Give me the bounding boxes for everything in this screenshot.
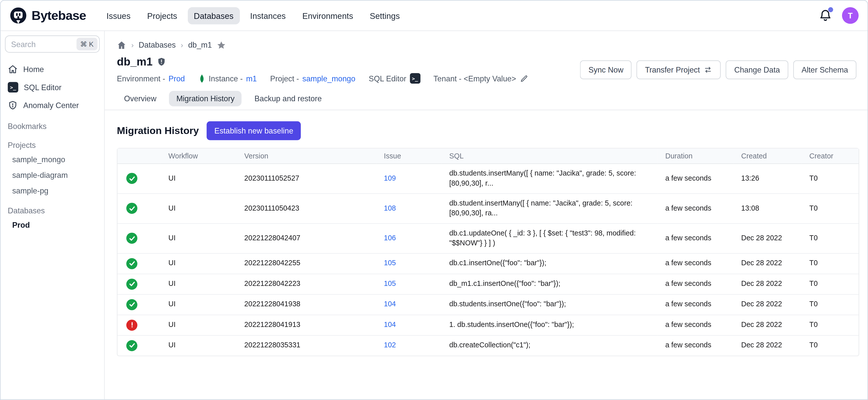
issue-link[interactable]: 102 — [384, 341, 396, 349]
sql-cell: 1. db.students.insertOne({"foo": "bar"})… — [441, 315, 658, 336]
col-creator: Creator — [802, 148, 859, 164]
database-tabs: Overview Migration History Backup and re… — [105, 91, 868, 110]
version-cell: 20230111052527 — [237, 164, 376, 194]
avatar[interactable]: T — [842, 7, 859, 24]
alter-schema-button[interactable]: Alter Schema — [793, 60, 857, 79]
brand-name: Bytebase — [31, 8, 86, 23]
duration-cell: a few seconds — [657, 315, 733, 336]
col-issue: Issue — [376, 148, 441, 164]
project-label: Project - — [270, 74, 299, 83]
nav-item-databases[interactable]: Databases — [188, 7, 240, 24]
success-check-icon — [126, 299, 137, 310]
version-cell: 20221228042407 — [237, 224, 376, 254]
duration-cell: a few seconds — [657, 224, 733, 254]
home-icon — [8, 64, 18, 74]
issue-link[interactable]: 104 — [384, 300, 396, 308]
sql-cell: db.c1.insertOne({"foo": "bar"}); — [441, 254, 658, 274]
tab-migration-history[interactable]: Migration History — [169, 91, 242, 106]
tab-overview[interactable]: Overview — [117, 91, 164, 106]
table-row[interactable]: UI 20230111050423 108 db.student.insertM… — [117, 194, 859, 224]
created-cell: 13:26 — [734, 164, 802, 194]
table-row[interactable]: UI 20221228041913 104 1. db.students.ins… — [117, 315, 859, 336]
issue-link[interactable]: 109 — [384, 174, 396, 182]
environment-link[interactable]: Prod — [168, 74, 185, 83]
creator-cell: T0 — [802, 315, 859, 336]
success-check-icon — [126, 233, 137, 244]
sidebar-item-label: Home — [23, 65, 44, 73]
col-created: Created — [734, 148, 802, 164]
creator-cell: T0 — [802, 336, 859, 356]
table-row[interactable]: UI 20221228035331 102 db.createCollectio… — [117, 336, 859, 356]
duration-cell: a few seconds — [657, 336, 733, 356]
created-cell: Dec 28 2022 — [734, 274, 802, 295]
project-link[interactable]: sample_mongo — [302, 74, 355, 83]
success-check-icon — [126, 203, 137, 214]
duration-cell: a few seconds — [657, 254, 733, 274]
table-row[interactable]: UI 20230111052527 109 db.students.insert… — [117, 164, 859, 194]
breadcrumb-separator: › — [131, 41, 134, 49]
notifications-button[interactable] — [818, 9, 832, 22]
version-cell: 20221228042223 — [237, 274, 376, 295]
sidebar-item-anomaly-center[interactable]: Anomaly Center — [0, 96, 104, 114]
establish-baseline-button[interactable]: Establish new baseline — [207, 121, 301, 140]
sql-cell: db_m1.c1.insertOne({"foo": "bar"}); — [441, 274, 658, 295]
edit-tenant-button[interactable] — [519, 74, 528, 83]
breadcrumb-home-button[interactable] — [117, 40, 126, 50]
created-cell: Dec 28 2022 — [734, 336, 802, 356]
issue-link[interactable]: 105 — [384, 259, 396, 267]
sidebar-database-prod[interactable]: Prod — [0, 217, 104, 233]
sidebar-project-sample-pg[interactable]: sample-pg — [0, 183, 104, 198]
sidebar-item-sql-editor[interactable]: >_ SQL Editor — [0, 78, 104, 96]
creator-cell: T0 — [802, 224, 859, 254]
breadcrumb-databases[interactable]: Databases — [139, 40, 176, 50]
home-filled-icon — [117, 40, 126, 50]
table-row[interactable]: UI 20221228042223 105 db_m1.c1.insertOne… — [117, 274, 859, 295]
tab-backup-and-restore[interactable]: Backup and restore — [247, 91, 329, 106]
breadcrumb-separator: › — [181, 41, 183, 49]
nav-item-issues[interactable]: Issues — [100, 7, 137, 24]
page-title: db_m1 — [117, 55, 153, 68]
workflow-cell: UI — [161, 274, 237, 295]
success-check-icon — [126, 173, 137, 184]
tenant-label: Tenant - <Empty Value> — [434, 74, 516, 83]
sql-cell: db.createCollection("c1"); — [441, 336, 658, 356]
nav-item-settings[interactable]: Settings — [364, 7, 406, 24]
search-shortcut-badge: ⌘ K — [76, 38, 97, 51]
sidebar-item-home[interactable]: Home — [0, 60, 104, 78]
nav-item-instances[interactable]: Instances — [244, 7, 292, 24]
created-cell: Dec 28 2022 — [734, 224, 802, 254]
sidebar-item-label: SQL Editor — [24, 83, 61, 92]
table-row[interactable]: UI 20221228042255 105 db.c1.insertOne({"… — [117, 254, 859, 274]
creator-cell: T0 — [802, 164, 859, 194]
nav-item-projects[interactable]: Projects — [141, 7, 183, 24]
sync-now-button[interactable]: Sync Now — [580, 60, 632, 79]
table-row[interactable]: UI 20221228042407 106 db.c1.updateOne( {… — [117, 224, 859, 254]
instance-label: Instance - — [209, 74, 243, 83]
workflow-cell: UI — [161, 164, 237, 194]
main-nav: Issues Projects Databases Instances Envi… — [100, 7, 406, 24]
sidebar-project-sample-diagram[interactable]: sample-diagram — [0, 167, 104, 183]
nav-item-environments[interactable]: Environments — [296, 7, 359, 24]
issue-link[interactable]: 104 — [384, 320, 396, 329]
database-meta-row: Environment - Prod Instance - m1 — [117, 73, 528, 84]
favorite-star-button[interactable] — [217, 40, 226, 50]
issue-link[interactable]: 106 — [384, 234, 396, 242]
issue-link[interactable]: 105 — [384, 279, 396, 288]
notification-dot — [828, 7, 833, 12]
change-data-button[interactable]: Change Data — [726, 60, 788, 79]
issue-link[interactable]: 108 — [384, 204, 396, 212]
sql-editor-link[interactable]: SQL Editor >_ — [369, 73, 420, 84]
sidebar-project-sample-mongo[interactable]: sample_mongo — [0, 152, 104, 167]
col-duration: Duration — [657, 148, 733, 164]
transfer-project-label: Transfer Project — [645, 65, 700, 74]
top-navbar: Bytebase Issues Projects Databases Insta… — [0, 0, 868, 31]
terminal-icon: >_ — [8, 82, 19, 92]
transfer-project-button[interactable]: Transfer Project — [637, 60, 721, 79]
sql-cell: db.student.insertMany([ { name: "Jacika"… — [441, 194, 658, 224]
environment-label: Environment - — [117, 74, 165, 83]
creator-cell: T0 — [802, 295, 859, 315]
brand-logo[interactable]: Bytebase — [9, 6, 86, 24]
instance-link[interactable]: m1 — [246, 74, 257, 83]
main-content: › Databases › db_m1 db_m1 — [105, 31, 868, 399]
table-row[interactable]: UI 20221228041938 104 db.students.insert… — [117, 295, 859, 315]
